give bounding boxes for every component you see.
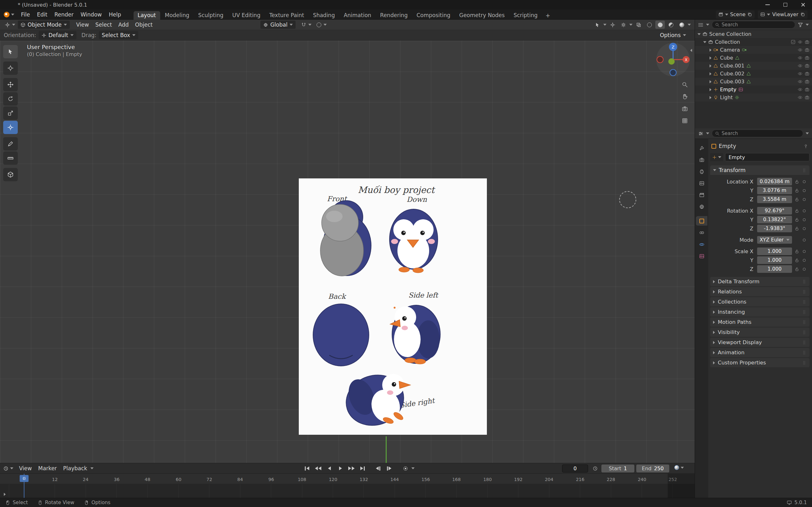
- properties-editor-icon[interactable]: [698, 131, 704, 136]
- hide-eye-icon[interactable]: [798, 48, 803, 52]
- grip-icon[interactable]: [802, 299, 807, 304]
- location-z-field[interactable]: 3.5584 m: [757, 195, 792, 203]
- tool-move[interactable]: [3, 78, 18, 91]
- tab-sculpting[interactable]: Sculpting: [194, 11, 227, 20]
- tool-add-cube[interactable]: [3, 168, 18, 181]
- tool-scale[interactable]: [3, 107, 18, 120]
- tab-object[interactable]: [696, 216, 707, 226]
- mode-dropdown[interactable]: Object Mode: [18, 20, 70, 29]
- menu-object[interactable]: Object: [132, 21, 156, 28]
- jump-next-keyframe-button[interactable]: [346, 464, 357, 472]
- grip-icon[interactable]: [802, 289, 807, 294]
- camera-view-button[interactable]: [679, 103, 691, 114]
- hide-eye-icon[interactable]: [798, 95, 803, 100]
- selectability-dropdown[interactable]: [593, 20, 602, 29]
- disclosure-icon[interactable]: [698, 33, 701, 35]
- jump-to-end-button[interactable]: [357, 464, 368, 472]
- lock-icon[interactable]: [795, 188, 799, 193]
- disclosure-icon[interactable]: [710, 49, 711, 52]
- grip-icon[interactable]: [802, 279, 807, 284]
- render-visibility-icon[interactable]: [805, 87, 809, 92]
- tab-object-data[interactable]: [696, 251, 707, 261]
- menu-add[interactable]: Add: [115, 21, 132, 28]
- render-visibility-icon[interactable]: [805, 63, 809, 68]
- animate-decorator[interactable]: [803, 189, 806, 192]
- render-visibility-icon[interactable]: [805, 79, 809, 84]
- grip-icon[interactable]: [802, 168, 807, 173]
- outliner-row-empty[interactable]: Empty: [695, 86, 812, 94]
- grip-icon[interactable]: [802, 350, 807, 355]
- jump-prev-keyframe-button[interactable]: [313, 464, 323, 472]
- empty-object-marker[interactable]: [619, 191, 636, 208]
- menu-help[interactable]: Help: [105, 10, 125, 19]
- tab-modeling[interactable]: Modeling: [161, 11, 194, 20]
- zoom-button[interactable]: [679, 79, 691, 90]
- tab-shading[interactable]: Shading: [309, 11, 339, 20]
- tab-scripting[interactable]: Scripting: [509, 11, 542, 20]
- frame-clock-icon[interactable]: [593, 466, 598, 471]
- tab-scene[interactable]: [696, 190, 707, 200]
- orthographic-toggle-button[interactable]: [679, 115, 691, 126]
- scale-y-field[interactable]: 1.000: [757, 257, 792, 264]
- options-dropdown[interactable]: Options: [657, 31, 689, 39]
- shading-wireframe-button[interactable]: [645, 20, 654, 29]
- exclude-checkbox-icon[interactable]: [791, 40, 796, 44]
- animate-decorator[interactable]: [803, 239, 806, 241]
- timeline-track[interactable]: [0, 484, 695, 498]
- pin-icon[interactable]: [803, 144, 808, 149]
- grip-icon[interactable]: [802, 309, 807, 314]
- outliner-row-cube003[interactable]: Cube.003: [695, 78, 812, 86]
- location-x-field[interactable]: 0.026384 m: [757, 178, 792, 185]
- proportional-edit-toggle[interactable]: [314, 20, 323, 29]
- rotation-z-field[interactable]: -1.9383°: [757, 225, 792, 232]
- disclosure-icon[interactable]: [710, 56, 711, 60]
- lock-icon[interactable]: [795, 249, 799, 254]
- menu-render[interactable]: Render: [51, 10, 77, 19]
- outliner-row-cube[interactable]: Cube: [695, 54, 812, 62]
- disclosure-icon[interactable]: [703, 41, 706, 43]
- animate-decorator[interactable]: [803, 198, 806, 201]
- tab-rendering[interactable]: Rendering: [376, 11, 412, 20]
- lock-icon[interactable]: [795, 226, 799, 231]
- section-motion-paths[interactable]: Motion Paths: [710, 318, 809, 327]
- properties-search-input[interactable]: [722, 130, 800, 136]
- transform-panel-header[interactable]: Transform: [710, 165, 809, 175]
- toggle-xray-button[interactable]: [634, 20, 643, 29]
- start-frame-field[interactable]: Start 1: [601, 464, 635, 472]
- tab-animation[interactable]: Animation: [340, 11, 375, 20]
- hide-eye-icon[interactable]: [798, 63, 803, 68]
- maximize-button[interactable]: [776, 0, 794, 9]
- filter-funnel-icon[interactable]: [798, 22, 803, 27]
- hide-eye-icon[interactable]: [798, 71, 803, 76]
- hide-eye-icon[interactable]: [798, 87, 803, 92]
- new-viewlayer-icon[interactable]: [800, 12, 805, 17]
- location-y-field[interactable]: 3.0776 m: [757, 187, 792, 194]
- tab-physics[interactable]: [696, 239, 707, 249]
- rotation-x-field[interactable]: 92.679°: [757, 207, 792, 215]
- shading-dropdown[interactable]: [688, 24, 691, 26]
- outliner-row-scene-collection[interactable]: Scene Collection: [695, 30, 812, 38]
- section-delta-transform[interactable]: Delta Transform: [710, 277, 809, 286]
- section-relations[interactable]: Relations: [710, 287, 809, 296]
- hide-eye-icon[interactable]: [798, 55, 803, 60]
- auto-keying-toggle[interactable]: [400, 464, 410, 472]
- render-visibility-icon[interactable]: [805, 40, 809, 44]
- transform-orientation-dropdown[interactable]: Global: [260, 20, 296, 29]
- tab-render[interactable]: [696, 155, 707, 164]
- outliner-row-cube001[interactable]: Cube.001: [695, 62, 812, 70]
- tool-rotate[interactable]: [3, 92, 18, 106]
- tool-measure[interactable]: [3, 152, 18, 165]
- proportional-falloff-dropdown[interactable]: [323, 24, 327, 26]
- current-frame-field[interactable]: 0: [562, 464, 588, 472]
- snap-settings-dropdown[interactable]: [308, 24, 311, 26]
- section-visibility[interactable]: Visibility: [710, 328, 809, 337]
- animate-decorator[interactable]: [803, 210, 806, 212]
- timeline-menu-marker[interactable]: Marker: [35, 465, 60, 471]
- animate-decorator[interactable]: [803, 180, 806, 183]
- menu-file[interactable]: File: [17, 10, 33, 19]
- tab-view-layer[interactable]: [696, 178, 707, 188]
- next-frame-button[interactable]: [384, 464, 394, 472]
- tab-tool[interactable]: [696, 143, 707, 153]
- render-visibility-icon[interactable]: [805, 55, 809, 60]
- outliner-row-camera[interactable]: Camera: [695, 46, 812, 54]
